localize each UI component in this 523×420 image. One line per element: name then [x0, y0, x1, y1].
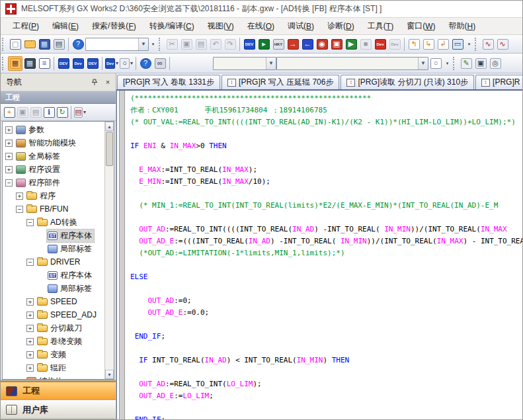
- tree-item-6[interactable]: −FB/FUN: [3, 202, 104, 216]
- save-button[interactable]: ▦: [37, 37, 52, 52]
- doc-find-button[interactable]: ◎: [488, 56, 503, 71]
- tree-item-19[interactable]: 结构体...: [3, 374, 104, 379]
- menu-item-2[interactable]: 搜索/替换(F): [85, 18, 143, 34]
- monitor-mode-button[interactable]: ◉: [315, 37, 329, 52]
- device-comment-button[interactable]: DEV: [242, 37, 257, 52]
- start-monitor-button[interactable]: ▶: [344, 37, 358, 52]
- key-input-button[interactable]: HKY: [271, 37, 286, 52]
- scroll-down-icon[interactable]: ▼: [105, 370, 114, 379]
- tree-item-7[interactable]: −AD转换: [3, 216, 104, 229]
- scroll-track[interactable]: [105, 167, 114, 370]
- document-tab-2[interactable]: ↕[PRG]读取 分切刀 (只读) 310步: [341, 75, 474, 89]
- menu-item-10[interactable]: 帮助(H): [442, 18, 482, 34]
- print-button[interactable]: ▤: [52, 37, 66, 52]
- toolbar-options-chevron[interactable]: ▾: [149, 37, 157, 52]
- work-window-list-button[interactable]: ≡: [37, 56, 52, 71]
- tree-item-13[interactable]: +SPEED: [3, 295, 104, 308]
- menu-item-1[interactable]: 编辑(E): [46, 18, 85, 34]
- close-icon[interactable]: ×: [102, 77, 113, 87]
- help-button[interactable]: ?: [71, 37, 85, 52]
- expand-icon[interactable]: +: [5, 153, 13, 160]
- device-zoom-button[interactable]: ○▾: [119, 56, 134, 71]
- chevron-down-icon[interactable]: ▼: [138, 38, 148, 50]
- document-tab-0[interactable]: [PRG]R 写入 卷取 1331步: [117, 75, 220, 89]
- data-attributes-button[interactable]: ℹ: [42, 106, 56, 119]
- user-library-button[interactable]: 用户库: [1, 400, 116, 419]
- comment-edit-button[interactable]: ↲: [436, 37, 450, 52]
- expand-icon[interactable]: +: [26, 364, 34, 372]
- tree-item-2[interactable]: +全局标签: [3, 149, 104, 163]
- watch-combobox-1[interactable]: ▼: [213, 57, 276, 70]
- expand-icon[interactable]: +: [26, 351, 34, 358]
- comment-jump-next-button[interactable]: ↳: [421, 37, 436, 52]
- expand-icon[interactable]: +: [26, 338, 34, 345]
- menu-item-7[interactable]: 诊断(D): [321, 18, 361, 34]
- tree-item-15[interactable]: +分切裁刀: [3, 321, 104, 335]
- tree-item-10[interactable]: −DRIVER: [3, 255, 104, 269]
- doc-duplicate-button[interactable]: ▣: [473, 56, 488, 71]
- collapse-icon[interactable]: −: [26, 219, 34, 226]
- collapse-icon[interactable]: −: [26, 259, 34, 266]
- device-batch-button[interactable]: DEV: [85, 56, 100, 71]
- st-editor[interactable]: (***************************************…: [116, 91, 522, 419]
- toolbar-options-chevron-2[interactable]: ▾: [465, 37, 473, 52]
- tree-item-4[interactable]: −程序部件: [3, 176, 104, 189]
- watch-combobox-2[interactable]: ▼: [276, 57, 428, 70]
- new-file-button[interactable]: ▢: [8, 37, 22, 52]
- menu-item-0[interactable]: 工程(P): [6, 18, 46, 34]
- navigation-window-button[interactable]: ▦: [8, 56, 22, 71]
- chevron-down-icon[interactable]: ▼: [266, 58, 276, 69]
- display-screen-button[interactable]: ▭: [450, 37, 465, 52]
- expand-icon[interactable]: +: [5, 126, 13, 134]
- tree-scrollbar[interactable]: ▲ ▼: [104, 122, 114, 379]
- refresh-button[interactable]: ↻: [56, 106, 69, 119]
- device-find-button[interactable]: DEV: [56, 56, 71, 71]
- project-combobox[interactable]: ▼: [85, 38, 149, 51]
- expand-icon[interactable]: +: [5, 166, 13, 173]
- device-list-button[interactable]: Dev: [71, 56, 85, 71]
- comment-jump-prev-button[interactable]: ↰: [407, 37, 421, 52]
- scroll-up-icon[interactable]: ▲: [105, 122, 114, 131]
- expand-icon[interactable]: +: [26, 312, 34, 319]
- tree-item-17[interactable]: +变频: [3, 348, 104, 361]
- collapse-icon[interactable]: −: [16, 206, 23, 213]
- find-binoculars-button[interactable]: ∞: [153, 56, 167, 71]
- trace-register-button[interactable]: ∿: [495, 37, 510, 52]
- project-view-button[interactable]: 工程: [1, 381, 116, 400]
- toolbar-options-chevron-3[interactable]: ▾: [443, 56, 452, 71]
- tree-item-8[interactable]: ST程序本体: [3, 229, 104, 242]
- collapse-icon[interactable]: −: [5, 179, 13, 187]
- tree-item-0[interactable]: +参数: [3, 123, 104, 136]
- tree-item-1[interactable]: +智能功能模块: [3, 136, 104, 149]
- tree-item-3[interactable]: +程序设置: [3, 163, 104, 176]
- module-configuration-button[interactable]: ▦: [22, 56, 37, 71]
- menu-item-5[interactable]: 在线(O): [241, 18, 281, 34]
- device-display-button[interactable]: Dev▾: [104, 56, 119, 71]
- expand-icon[interactable]: +: [5, 140, 13, 147]
- new-data-button[interactable]: +: [3, 106, 16, 119]
- tree-item-9[interactable]: 局部标签: [3, 242, 104, 255]
- st-edit-button[interactable]: ✎: [459, 56, 473, 71]
- tree-item-14[interactable]: +SPEED_ADJ: [3, 308, 104, 321]
- scroll-thumb[interactable]: [106, 132, 113, 166]
- menu-item-3[interactable]: 转换/编译(C): [143, 18, 201, 34]
- chevron-down-icon[interactable]: ▼: [418, 58, 428, 69]
- menu-item-4[interactable]: 视图(V): [201, 18, 241, 34]
- tree-item-16[interactable]: +卷绕变频: [3, 335, 104, 348]
- menu-item-8[interactable]: 工具(T): [361, 18, 400, 34]
- read-from-plc-button[interactable]: ←: [300, 37, 315, 52]
- help-2-button[interactable]: ?: [138, 56, 153, 71]
- menu-item-6[interactable]: 调试(B): [281, 18, 321, 34]
- expand-icon[interactable]: +: [26, 325, 34, 332]
- tree-item-5[interactable]: +程序: [3, 189, 104, 202]
- menu-item-9[interactable]: 窗口(W): [400, 18, 442, 34]
- tree-item-11[interactable]: ST程序本体: [3, 269, 104, 282]
- print-preview-button[interactable]: ○: [428, 56, 443, 71]
- sampling-trace-button[interactable]: ∿: [481, 37, 495, 52]
- expand-icon[interactable]: +: [26, 298, 34, 306]
- terminal-monitor-button[interactable]: ▸: [257, 37, 271, 52]
- open-button[interactable]: [22, 37, 37, 52]
- expand-icon[interactable]: +: [16, 192, 23, 200]
- tree-item-18[interactable]: +辊距: [3, 361, 104, 374]
- document-tab-3[interactable]: ↕[PRG]R 写: [475, 75, 522, 89]
